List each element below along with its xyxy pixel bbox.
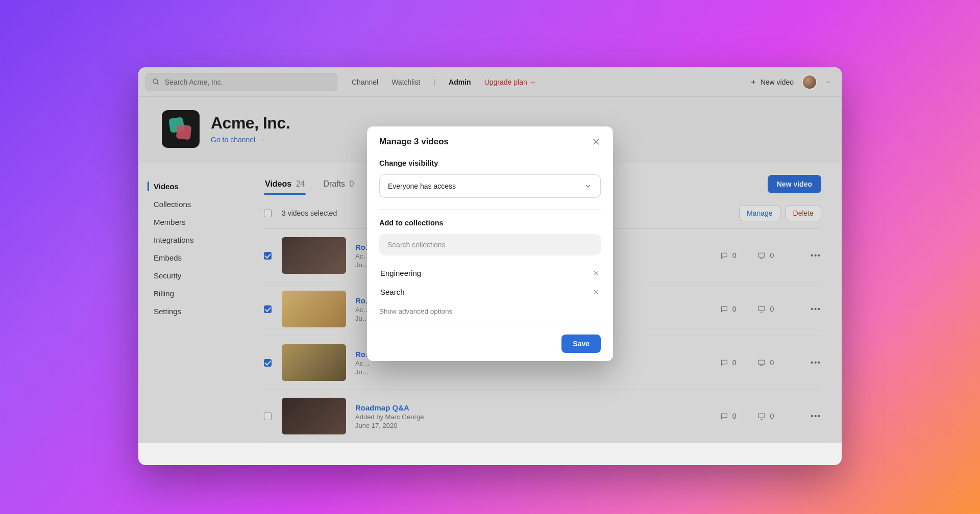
row-more-icon[interactable]: ••• bbox=[811, 305, 821, 313]
sidebar-item-integrations[interactable]: Integrations bbox=[138, 231, 259, 249]
visibility-select[interactable]: Everyone has access bbox=[379, 174, 601, 198]
comment-count: 0 bbox=[720, 251, 737, 260]
manage-videos-modal: Manage 3 videos Change visibility Everyo… bbox=[367, 126, 613, 361]
svg-point-0 bbox=[153, 79, 158, 84]
row-checkbox[interactable] bbox=[264, 359, 272, 367]
view-count: 0 bbox=[757, 305, 774, 313]
svg-rect-4 bbox=[758, 253, 765, 257]
add-collections-label: Add to collections bbox=[379, 219, 601, 227]
search-input[interactable]: Search Acme, Inc. bbox=[145, 73, 337, 91]
visibility-label: Change visibility bbox=[379, 159, 601, 167]
comment-count: 0 bbox=[720, 412, 737, 420]
row-checkbox[interactable] bbox=[264, 413, 272, 420]
sidebar-item-collections[interactable]: Collections bbox=[138, 195, 259, 213]
org-logo bbox=[162, 110, 200, 148]
row-more-icon[interactable]: ••• bbox=[811, 358, 821, 367]
avatar[interactable] bbox=[802, 74, 817, 90]
comment-count: 0 bbox=[720, 305, 737, 313]
monitor-icon bbox=[757, 412, 766, 420]
video-date: June 17, 2020 bbox=[355, 422, 720, 429]
chevron-down-icon[interactable] bbox=[825, 79, 831, 85]
comment-count: 0 bbox=[720, 358, 737, 367]
app-window: Search Acme, Inc. Channel Watchlist | Ad… bbox=[138, 67, 842, 465]
nav-upgrade[interactable]: Upgrade plan → bbox=[484, 78, 536, 86]
org-name: Acme, Inc. bbox=[211, 114, 290, 133]
topbar: Search Acme, Inc. Channel Watchlist | Ad… bbox=[138, 67, 842, 97]
search-icon bbox=[152, 78, 160, 86]
advanced-options-link[interactable]: Show advanced options bbox=[379, 307, 452, 315]
top-nav: Channel Watchlist | Admin Upgrade plan → bbox=[352, 78, 536, 86]
sidebar-item-security[interactable]: Security bbox=[138, 267, 259, 285]
row-checkbox[interactable] bbox=[264, 305, 272, 313]
collections-search-input[interactable]: Search collections bbox=[379, 234, 601, 255]
nav-admin[interactable]: Admin bbox=[449, 78, 471, 86]
plus-icon bbox=[750, 79, 756, 85]
tab-drafts[interactable]: Drafts 0 bbox=[322, 174, 355, 194]
delete-button[interactable]: Delete bbox=[786, 205, 821, 221]
video-thumbnail[interactable] bbox=[282, 291, 346, 327]
manage-button[interactable]: Manage bbox=[739, 205, 780, 221]
close-icon[interactable] bbox=[592, 137, 601, 146]
selection-count: 3 videos selected bbox=[282, 209, 337, 217]
remove-icon[interactable] bbox=[593, 270, 600, 277]
sidebar-item-members[interactable]: Members bbox=[138, 213, 259, 231]
sidebar-item-billing[interactable]: Billing bbox=[138, 285, 259, 302]
collection-chip-engineering: Engineering bbox=[379, 264, 601, 282]
sidebar-item-videos[interactable]: Videos bbox=[138, 177, 259, 195]
svg-rect-10 bbox=[758, 414, 765, 418]
new-video-button[interactable]: New video bbox=[768, 175, 821, 193]
comment-icon bbox=[720, 412, 728, 420]
svg-line-1 bbox=[157, 83, 158, 84]
monitor-icon bbox=[757, 358, 766, 367]
new-video-top-button[interactable]: New video bbox=[750, 78, 794, 86]
select-all-checkbox[interactable] bbox=[264, 210, 272, 217]
monitor-icon bbox=[757, 251, 766, 260]
go-to-channel-link[interactable]: Go to channel → bbox=[211, 136, 264, 144]
nav-channel[interactable]: Channel bbox=[352, 78, 378, 86]
video-author: Added by Marc George bbox=[355, 413, 720, 421]
view-count: 0 bbox=[757, 358, 774, 367]
view-count: 0 bbox=[757, 412, 774, 420]
nav-watchlist[interactable]: Watchlist bbox=[391, 78, 420, 86]
sidebar-item-embeds[interactable]: Embeds bbox=[138, 249, 259, 267]
monitor-icon bbox=[757, 305, 766, 313]
video-thumbnail[interactable] bbox=[282, 237, 346, 274]
comment-icon bbox=[720, 251, 728, 260]
video-row: Roadmap Q&A Added by Marc George June 17… bbox=[264, 390, 821, 443]
visibility-value: Everyone has access bbox=[388, 182, 456, 190]
tab-videos[interactable]: Videos 24 bbox=[264, 174, 306, 194]
modal-title: Manage 3 videos bbox=[379, 137, 449, 147]
divider bbox=[379, 209, 601, 210]
video-title[interactable]: Roadmap Q&A bbox=[355, 403, 720, 412]
comment-icon bbox=[720, 358, 728, 367]
svg-rect-6 bbox=[758, 306, 765, 311]
save-button[interactable]: Save bbox=[561, 335, 601, 353]
sidebar: Videos Collections Members Integrations … bbox=[138, 163, 259, 443]
video-thumbnail[interactable] bbox=[282, 344, 346, 381]
comment-icon bbox=[720, 305, 728, 313]
row-more-icon[interactable]: ••• bbox=[811, 251, 821, 260]
nav-separator: | bbox=[433, 78, 435, 86]
collections-search-placeholder: Search collections bbox=[387, 241, 446, 249]
collection-chip-search: Search bbox=[379, 282, 601, 301]
row-more-icon[interactable]: ••• bbox=[811, 412, 821, 420]
view-count: 0 bbox=[757, 251, 774, 260]
search-placeholder: Search Acme, Inc. bbox=[165, 78, 223, 86]
row-checkbox[interactable] bbox=[264, 252, 272, 260]
remove-icon[interactable] bbox=[593, 289, 600, 296]
video-thumbnail[interactable] bbox=[282, 398, 346, 434]
sidebar-item-settings[interactable]: Settings bbox=[138, 302, 259, 320]
video-date: Ju… bbox=[355, 368, 720, 376]
svg-rect-8 bbox=[758, 360, 765, 364]
chevron-down-icon bbox=[584, 182, 592, 190]
